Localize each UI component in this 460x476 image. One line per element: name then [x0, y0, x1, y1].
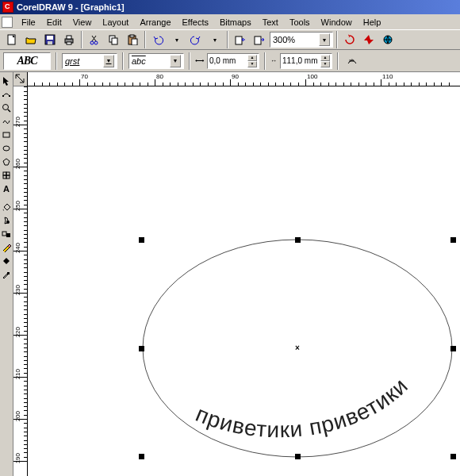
- new-button[interactable]: [3, 31, 21, 48]
- menu-view[interactable]: View: [67, 16, 98, 29]
- eyedropper-tool[interactable]: [1, 267, 13, 281]
- menu-layout[interactable]: Layout: [97, 16, 134, 29]
- web-button[interactable]: [379, 31, 397, 48]
- document-icon[interactable]: [2, 17, 13, 28]
- freehand-tool[interactable]: [1, 114, 13, 128]
- outline-tool[interactable]: [1, 240, 13, 254]
- svg-rect-30: [6, 233, 10, 237]
- placement-combo[interactable]: abc▼: [128, 53, 184, 69]
- svg-text:ab: ab: [349, 58, 355, 63]
- vertical-ruler[interactable]: 190200210220230240250260270: [13, 72, 28, 476]
- transparency-tool[interactable]: [1, 213, 13, 227]
- svg-rect-12: [130, 35, 134, 37]
- zoom-combo[interactable]: 300%▼: [270, 32, 333, 48]
- svg-rect-26: [6, 175, 10, 178]
- handle-sw[interactable]: [139, 454, 144, 459]
- handle-n[interactable]: [295, 237, 301, 243]
- svg-rect-10: [112, 38, 117, 44]
- distance-input[interactable]: [209, 56, 245, 65]
- svg-point-28: [6, 221, 10, 224]
- orientation-combo[interactable]: qrst▼: [62, 53, 117, 69]
- text-tool[interactable]: A: [1, 182, 13, 195]
- shape-tool[interactable]: [1, 87, 13, 101]
- svg-rect-25: [3, 175, 6, 178]
- horizontal-ruler[interactable]: 60708090100110: [28, 72, 460, 86]
- menu-text[interactable]: Text: [257, 16, 284, 29]
- svg-text:A: A: [3, 184, 10, 194]
- svg-rect-29: [2, 232, 6, 236]
- cut-button[interactable]: [86, 31, 103, 48]
- svg-point-7: [90, 41, 94, 44]
- svg-rect-13: [132, 39, 137, 45]
- menu-edit[interactable]: Edit: [41, 16, 67, 29]
- blend-tool[interactable]: [1, 227, 13, 240]
- standard-toolbar: ▾ ▾ 300%▼: [0, 29, 460, 50]
- redo-button[interactable]: [187, 31, 205, 48]
- handle-ne[interactable]: [450, 237, 456, 243]
- offset-icon: ↔: [270, 57, 277, 64]
- refresh-button[interactable]: [341, 31, 358, 48]
- property-bar: ABC qrst▼ abc▼ ⟷ ▲▼ ↔ ▲▼ ab: [0, 50, 460, 72]
- horizontal-offset[interactable]: ▲▼: [280, 53, 332, 69]
- svg-rect-19: [9, 95, 10, 97]
- copy-button[interactable]: [105, 31, 122, 48]
- undo-button[interactable]: [149, 31, 167, 48]
- menu-arrange[interactable]: Arrange: [134, 16, 176, 29]
- svg-rect-31: [7, 272, 10, 274]
- import-button[interactable]: [232, 31, 249, 48]
- svg-rect-3: [48, 41, 52, 44]
- window-title: CorelDRAW 9 - [Graphic1]: [17, 2, 125, 12]
- title-bar: CorelDRAW 9 - [Graphic1]: [0, 0, 460, 14]
- menu-bar[interactable]: File Edit View Layout Arrange Effects Bi…: [0, 14, 460, 29]
- handle-w[interactable]: [139, 346, 144, 351]
- spiral-tool[interactable]: [1, 168, 13, 182]
- save-button[interactable]: [41, 31, 59, 48]
- handle-s[interactable]: [295, 454, 301, 459]
- handle-nw[interactable]: [139, 237, 144, 243]
- pick-tool[interactable]: [1, 74, 13, 87]
- svg-rect-24: [6, 172, 10, 175]
- zoom-value: 300%: [273, 35, 295, 44]
- ellipse-tool[interactable]: [1, 141, 13, 155]
- ruler-origin[interactable]: [13, 72, 28, 86]
- launch-button[interactable]: [360, 31, 378, 48]
- menu-bitmaps[interactable]: Bitmaps: [214, 16, 257, 29]
- handle-e[interactable]: [450, 346, 456, 351]
- svg-rect-2: [47, 36, 53, 40]
- fillcolor-tool[interactable]: [1, 254, 13, 267]
- redo-list-button[interactable]: ▾: [206, 31, 224, 48]
- place-other-side-button[interactable]: ab: [343, 52, 361, 70]
- app-icon: [2, 2, 13, 13]
- polygon-tool[interactable]: [1, 155, 13, 168]
- print-button[interactable]: [60, 31, 78, 48]
- distance-icon: ⟷: [195, 57, 204, 64]
- canvas[interactable]: приветики приветики ×: [28, 86, 460, 476]
- center-marker: ×: [295, 344, 300, 352]
- menu-window[interactable]: Window: [316, 16, 358, 29]
- svg-rect-15: [255, 36, 261, 44]
- fill-tool[interactable]: [1, 200, 13, 213]
- menu-help[interactable]: Help: [358, 16, 387, 29]
- menu-tools[interactable]: Tools: [284, 16, 316, 29]
- handle-se[interactable]: [450, 454, 456, 459]
- placement-value: abc: [132, 56, 146, 66]
- export-button[interactable]: [251, 31, 268, 48]
- offset-input[interactable]: [282, 56, 318, 65]
- text-preset[interactable]: ABC: [3, 52, 51, 70]
- svg-rect-21: [3, 132, 10, 137]
- open-button[interactable]: [22, 31, 40, 48]
- toolbox: A: [0, 72, 13, 476]
- orientation-value: qrst: [65, 56, 79, 66]
- svg-rect-23: [3, 172, 6, 175]
- zoom-tool[interactable]: [1, 101, 13, 114]
- svg-rect-14: [236, 36, 242, 44]
- menu-effects[interactable]: Effects: [177, 16, 214, 29]
- paste-button[interactable]: [124, 31, 141, 48]
- rectangle-tool[interactable]: [1, 128, 13, 141]
- menu-file[interactable]: File: [16, 16, 41, 29]
- svg-text:приветики приветики: приветики приветики: [192, 373, 412, 442]
- svg-point-8: [94, 41, 98, 44]
- distance-from-path[interactable]: ▲▼: [207, 53, 259, 69]
- svg-rect-6: [67, 42, 71, 44]
- undo-list-button[interactable]: ▾: [168, 31, 186, 48]
